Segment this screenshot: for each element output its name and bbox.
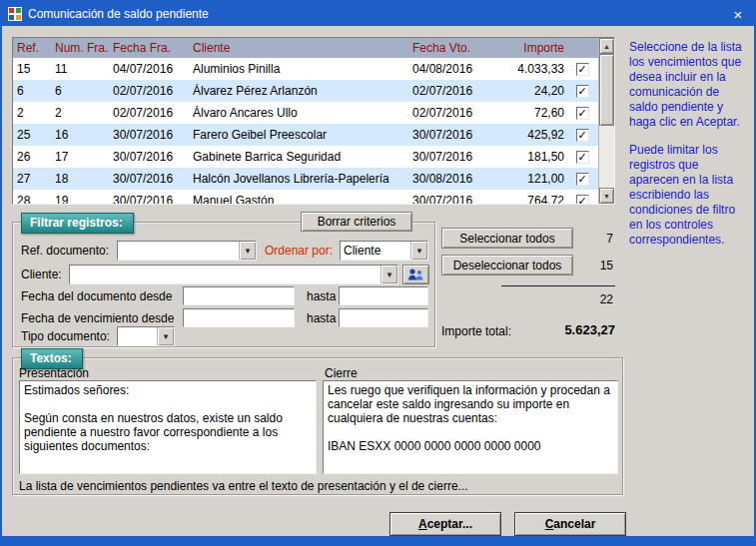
cell-fecha_fra: 04/07/2016 bbox=[109, 62, 189, 76]
person-search-icon bbox=[407, 268, 424, 281]
dialog-comunicacion-saldo: Comunicación de saldo pendiente × Ref. N… bbox=[0, 0, 756, 546]
col-num-fra: Num. Fra. bbox=[51, 41, 109, 55]
window-border-bottom bbox=[2, 536, 754, 544]
selected-count: 7 bbox=[579, 232, 613, 246]
cell-ref: 6 bbox=[13, 84, 51, 98]
titlebar: Comunicación de saldo pendiente × bbox=[2, 2, 754, 26]
cell-num: 2 bbox=[51, 106, 109, 120]
select-all-button[interactable]: Seleccionar todos bbox=[441, 228, 573, 249]
table-row[interactable]: 271830/07/2016Halcón Jovellanos Librería… bbox=[13, 168, 598, 190]
accept-label-accel: A bbox=[418, 517, 427, 531]
client-combo[interactable]: ▾ bbox=[69, 265, 398, 284]
unselected-count: 15 bbox=[579, 259, 613, 273]
date-due-to-input[interactable] bbox=[339, 308, 428, 327]
order-by-combo[interactable]: Cliente ▾ bbox=[340, 241, 428, 261]
doc-type-combo[interactable]: ▾ bbox=[117, 326, 175, 346]
col-fecha-fra: Fecha Fra. bbox=[109, 41, 189, 55]
cell-importe: 425,92 bbox=[496, 128, 568, 142]
row-checkbox[interactable]: ✓ bbox=[576, 195, 589, 205]
cell-check: ✓ bbox=[568, 107, 596, 120]
cell-num: 16 bbox=[51, 128, 109, 142]
cell-importe: 4.033,33 bbox=[496, 62, 568, 76]
table-row[interactable]: 2202/07/2016Álvaro Ancares Ullo02/07/201… bbox=[13, 102, 598, 124]
ref-doc-combo[interactable]: ▾ bbox=[117, 241, 257, 261]
cell-cliente: Álvarez Pérez Arlanzón bbox=[189, 84, 408, 98]
cell-fecha_vto: 02/07/2016 bbox=[408, 84, 496, 98]
filter-group: Filtrar registros: Borrar criterios Ref.… bbox=[12, 222, 435, 347]
cell-fecha_vto: 02/07/2016 bbox=[408, 106, 496, 120]
date-doc-from-input[interactable] bbox=[183, 286, 295, 305]
client-label: Cliente: bbox=[21, 268, 62, 281]
date-due-from-input[interactable] bbox=[183, 308, 295, 327]
cell-fecha_fra: 30/07/2016 bbox=[109, 150, 189, 164]
filter-group-label: Filtrar registros: bbox=[21, 213, 134, 234]
table-row[interactable]: 251630/07/2016Farero Geibel Preescolar30… bbox=[13, 124, 598, 146]
table-row[interactable]: 6602/07/2016Álvarez Pérez Arlanzón02/07/… bbox=[13, 80, 598, 102]
closing-textarea[interactable]: Les ruego que verifiquen la información … bbox=[323, 380, 618, 474]
app-icon bbox=[8, 7, 22, 21]
importe-total-value: 5.623,27 bbox=[521, 322, 615, 337]
chevron-down-icon[interactable]: ▾ bbox=[157, 327, 174, 345]
cell-fecha_fra: 30/07/2016 bbox=[109, 194, 189, 204]
scrollbar-thumb[interactable] bbox=[599, 54, 614, 126]
cell-cliente: Álvaro Ancares Ullo bbox=[189, 106, 408, 120]
date-doc-label: Fecha del documento desde bbox=[21, 289, 172, 303]
cell-importe: 72,60 bbox=[496, 106, 568, 120]
cell-ref: 26 bbox=[13, 150, 51, 164]
row-checkbox[interactable]: ✓ bbox=[576, 107, 589, 120]
table-row[interactable]: 151104/07/2016Aluminios Pinilla04/08/201… bbox=[13, 58, 598, 80]
table-row[interactable]: 281930/07/2016Manuel Gastón30/07/2016764… bbox=[13, 190, 598, 204]
accept-label-rest: ceptar... bbox=[427, 517, 472, 531]
table-row[interactable]: 261730/07/2016Gabinete Barrica Seguridad… bbox=[13, 146, 598, 168]
cancel-button[interactable]: Cancelar bbox=[514, 512, 626, 536]
cell-cliente: Farero Geibel Preescolar bbox=[189, 128, 408, 142]
cell-fecha_vto: 30/07/2016 bbox=[408, 150, 496, 164]
accept-button[interactable]: Aceptar... bbox=[389, 512, 501, 536]
importe-total-label: Importe total: bbox=[441, 324, 511, 338]
row-checkbox[interactable]: ✓ bbox=[576, 63, 589, 76]
documents-table: Ref. Num. Fra. Fecha Fra. Cliente Fecha … bbox=[12, 37, 615, 205]
chevron-down-icon[interactable]: ▾ bbox=[410, 242, 427, 260]
sum-divider bbox=[501, 285, 615, 286]
cell-cliente: Aluminios Pinilla bbox=[189, 62, 408, 76]
presentation-textarea[interactable]: Estimados señores: Según consta en nuest… bbox=[19, 380, 317, 474]
row-checkbox[interactable]: ✓ bbox=[576, 85, 589, 98]
cell-fecha_fra: 30/07/2016 bbox=[109, 128, 189, 142]
close-icon[interactable]: × bbox=[722, 2, 754, 26]
col-importe: Importe bbox=[496, 41, 568, 55]
cell-num: 17 bbox=[51, 150, 109, 164]
client-lookup-button[interactable] bbox=[402, 265, 429, 284]
row-checkbox[interactable]: ✓ bbox=[576, 129, 589, 142]
row-checkbox[interactable]: ✓ bbox=[576, 151, 589, 164]
cell-check: ✓ bbox=[568, 129, 596, 142]
chevron-down-icon[interactable]: ▾ bbox=[380, 266, 397, 283]
deselect-all-button[interactable]: Deseleccionar todos bbox=[441, 255, 573, 275]
instructions-para2: Puede limitar los registros que aparecen… bbox=[629, 143, 751, 248]
scroll-up-icon[interactable]: ▲ bbox=[599, 38, 614, 54]
cell-cliente: Halcón Jovellanos Librería-Papelería bbox=[189, 172, 408, 186]
instructions-para1: Seleccione de la lista los vencimientos … bbox=[629, 40, 751, 130]
cell-importe: 764,72 bbox=[496, 194, 568, 204]
clear-criteria-button[interactable]: Borrar criterios bbox=[301, 212, 412, 232]
table-scrollbar[interactable]: ▲ ▼ bbox=[598, 38, 614, 204]
cell-fecha_fra: 02/07/2016 bbox=[109, 106, 189, 120]
cell-fecha_vto: 30/08/2016 bbox=[408, 172, 496, 186]
cell-importe: 121,00 bbox=[496, 172, 568, 186]
cell-cliente: Gabinete Barrica Seguridad bbox=[189, 150, 408, 164]
textos-group: Textos: Presentación Cierre Estimados se… bbox=[12, 357, 623, 495]
scroll-down-icon[interactable]: ▼ bbox=[599, 188, 614, 204]
order-by-combo-value: Cliente bbox=[344, 244, 409, 258]
instructions-text: Seleccione de la lista los vencimientos … bbox=[629, 40, 751, 261]
cell-fecha_vto: 30/07/2016 bbox=[408, 194, 496, 204]
table-body: 151104/07/2016Aluminios Pinilla04/08/201… bbox=[13, 58, 598, 204]
cell-check: ✓ bbox=[568, 151, 596, 164]
chevron-down-icon[interactable]: ▾ bbox=[239, 242, 256, 260]
cell-importe: 24,20 bbox=[496, 84, 568, 98]
row-checkbox[interactable]: ✓ bbox=[576, 173, 589, 186]
col-cliente: Cliente bbox=[189, 41, 408, 55]
cell-fecha_fra: 30/07/2016 bbox=[109, 172, 189, 186]
cancel-label-accel: C bbox=[545, 517, 554, 531]
date-doc-to-input[interactable] bbox=[339, 286, 428, 305]
textos-note: La lista de vencimientos pendientes va e… bbox=[19, 479, 468, 493]
hasta-label-due: hasta bbox=[307, 311, 336, 325]
